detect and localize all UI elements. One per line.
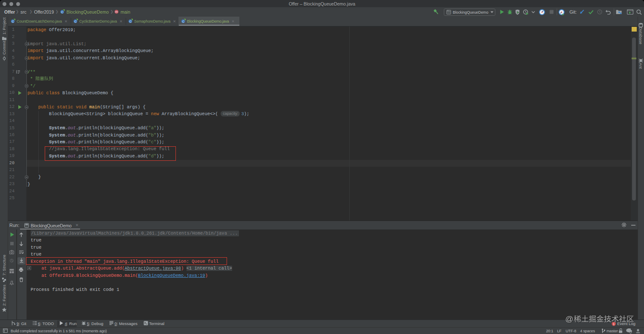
svg-text:C: C [12,20,14,23]
svg-text:C: C [61,10,63,14]
svg-text:C: C [129,20,132,23]
svg-text:C: C [74,20,77,23]
svg-text:C: C [182,20,184,23]
svg-text:m: m [115,10,118,14]
